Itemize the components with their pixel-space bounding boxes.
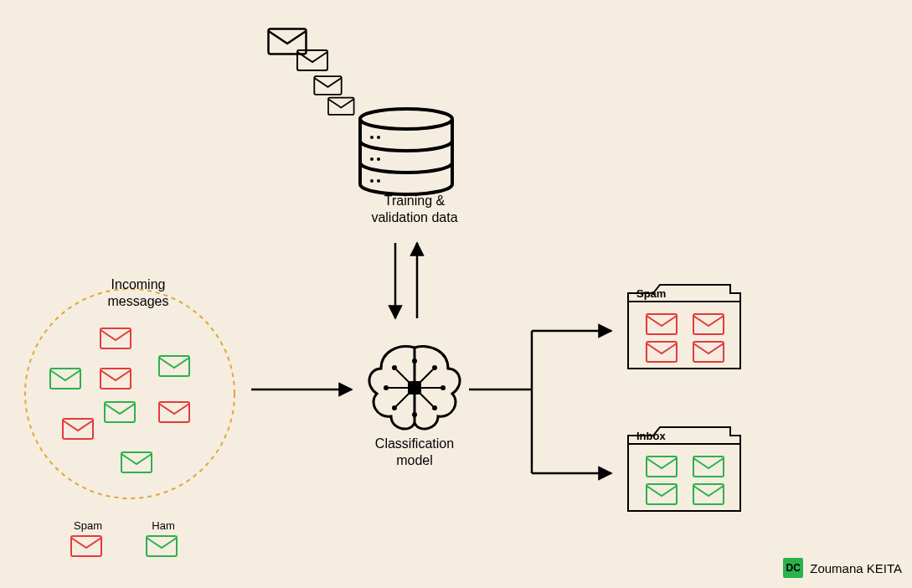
svg-point-2 — [370, 136, 374, 139]
svg-point-23 — [432, 365, 437, 370]
svg-line-16 — [396, 393, 410, 406]
legend-icons — [71, 536, 177, 556]
svg-line-15 — [420, 369, 433, 383]
author-name: Zoumana KEITA — [810, 561, 902, 575]
incoming-envelopes-scatter — [50, 328, 189, 472]
svg-point-25 — [432, 405, 437, 410]
svg-point-24 — [392, 405, 397, 410]
inbox-folder-label: Inbox — [636, 430, 666, 443]
author-credit: DC Zoumana KEITA — [783, 558, 902, 578]
legend-ham-label: Ham — [144, 519, 183, 533]
svg-point-5 — [377, 157, 380, 161]
svg-rect-9 — [408, 381, 421, 395]
svg-point-4 — [370, 157, 374, 161]
svg-point-3 — [377, 136, 380, 139]
database-icon — [360, 109, 452, 194]
svg-point-6 — [370, 179, 374, 183]
svg-point-19 — [412, 412, 417, 417]
incoming-messages-label: Incoming messages — [92, 276, 184, 310]
spam-folder-label: Spam — [636, 287, 666, 301]
classification-model-label: Classification model — [360, 436, 469, 469]
training-data-label: Training & validation data — [360, 193, 469, 226]
credit-badge-icon: DC — [783, 558, 803, 578]
legend-spam-label: Spam — [69, 519, 107, 533]
incoming-circle — [25, 289, 234, 498]
brain-icon — [369, 347, 460, 429]
svg-point-22 — [392, 365, 397, 370]
svg-point-7 — [377, 179, 380, 183]
svg-line-17 — [420, 393, 433, 406]
svg-point-20 — [384, 385, 389, 390]
svg-point-1 — [360, 109, 452, 129]
svg-point-18 — [412, 358, 417, 364]
svg-line-14 — [396, 369, 410, 383]
incoming-envelopes-trail — [269, 29, 354, 115]
svg-point-21 — [441, 385, 446, 390]
